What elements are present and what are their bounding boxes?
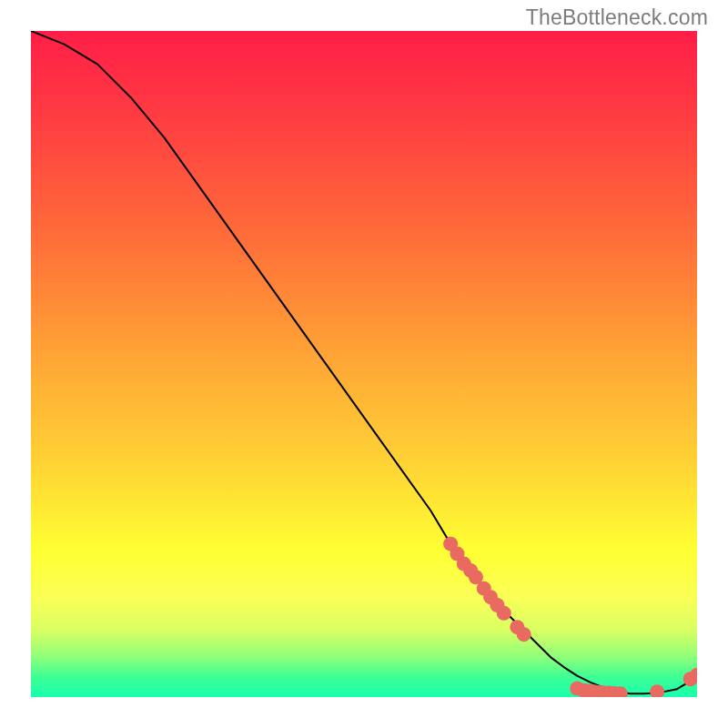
chart-svg [31,31,697,697]
data-markers [443,537,697,697]
attribution-text: TheBottleneck.com [526,5,708,30]
chart-container: TheBottleneck.com [0,0,728,728]
curve-line [31,31,697,693]
data-point [517,627,531,642]
data-point [650,684,664,697]
data-point [497,606,511,621]
plot-area [31,31,697,697]
curve-path [31,31,697,693]
